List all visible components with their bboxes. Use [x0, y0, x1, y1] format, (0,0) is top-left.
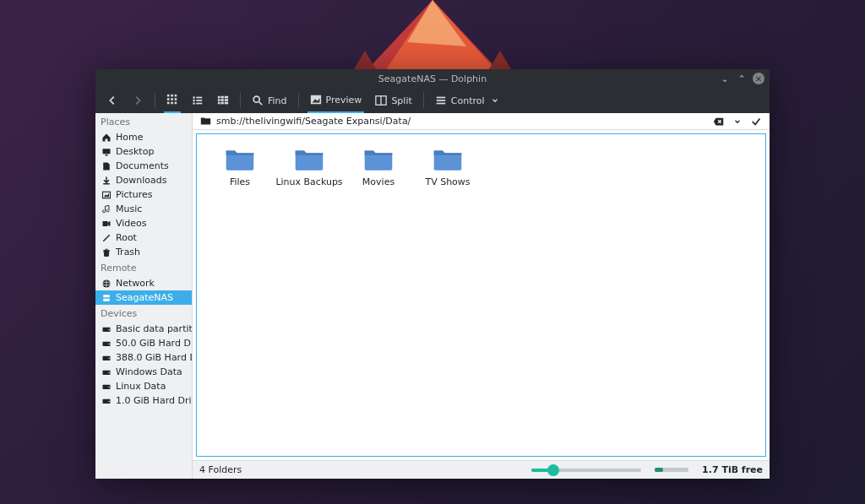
documents-icon	[101, 160, 112, 171]
split-icon	[375, 95, 387, 106]
titlebar[interactable]: SeagateNAS — Dolphin ⌄ ⌃ ✕	[95, 69, 770, 88]
split-button[interactable]: Split	[373, 88, 414, 113]
devices-item[interactable]: Basic data partition	[95, 322, 192, 336]
places-item[interactable]: Trash	[95, 245, 192, 259]
pictures-icon	[101, 189, 112, 200]
svg-point-29	[253, 96, 259, 102]
sidebar-item-label: Root	[116, 232, 137, 243]
drive-icon	[101, 338, 112, 349]
folder-item[interactable]: Linux Backups	[283, 146, 335, 444]
svg-rect-9	[171, 98, 173, 100]
svg-point-51	[108, 328, 110, 330]
places-item[interactable]: Downloads	[95, 173, 192, 187]
sidebar-item-label: Pictures	[116, 189, 153, 200]
music-icon	[101, 203, 112, 214]
sidebar-item-label: Music	[116, 203, 142, 214]
sidebar-item-label: Downloads	[116, 175, 166, 186]
svg-line-30	[259, 102, 263, 106]
hamburger-icon	[435, 95, 447, 106]
svg-rect-39	[105, 154, 107, 156]
maximize-button[interactable]: ⌃	[736, 73, 748, 84]
path-bar: smb://thelivingwifi/Seagate Expansi/Data…	[193, 113, 770, 130]
forward-button[interactable]	[129, 88, 146, 113]
folder-icon	[363, 146, 394, 174]
places-item[interactable]: Desktop	[95, 144, 192, 159]
devices-item[interactable]: 1.0 GiB Hard Drive	[95, 393, 192, 408]
sidebar-item-label: Documents	[116, 160, 169, 171]
grid-icon	[166, 94, 178, 106]
devices-item[interactable]: 388.0 GiB Hard Drive	[95, 350, 192, 365]
close-button[interactable]: ✕	[753, 73, 764, 84]
home-icon	[101, 132, 112, 143]
svg-rect-15	[196, 97, 202, 99]
folder-item[interactable]: Files	[214, 146, 266, 444]
places-item[interactable]: Music	[95, 202, 192, 216]
svg-marker-43	[107, 221, 110, 226]
details-view-button[interactable]	[215, 88, 231, 113]
svg-rect-13	[175, 102, 177, 105]
icons-view-button[interactable]	[164, 88, 181, 113]
svg-rect-10	[175, 98, 177, 100]
svg-rect-11	[167, 102, 170, 105]
sidebar: Places HomeDesktopDocumentsDownloadsPict…	[95, 113, 193, 479]
arrow-right-icon	[132, 95, 144, 106]
devices-item[interactable]: Linux Data	[95, 379, 192, 393]
svg-rect-26	[218, 102, 220, 105]
sidebar-item-label: Home	[116, 132, 143, 143]
control-menu[interactable]: Control	[432, 88, 503, 113]
back-button[interactable]	[104, 88, 121, 113]
sidebar-item-label: 388.0 GiB Hard Drive	[116, 352, 193, 363]
svg-rect-19	[196, 103, 202, 105]
chevron-down-icon	[489, 95, 501, 106]
file-view[interactable]: FilesLinux BackupsMoviesTV Shows	[196, 133, 766, 457]
svg-point-59	[108, 386, 110, 387]
accept-path-button[interactable]	[749, 115, 763, 128]
folder-item[interactable]: TV Shows	[422, 146, 474, 444]
devices-item[interactable]: Windows Data	[95, 365, 192, 379]
remote-header: Remote	[95, 259, 192, 276]
places-item[interactable]: Pictures	[95, 187, 192, 202]
drive-icon	[101, 323, 112, 334]
svg-rect-48	[103, 295, 110, 297]
svg-marker-41	[104, 192, 109, 197]
sidebar-item-label: Trash	[116, 247, 140, 257]
svg-line-44	[103, 235, 110, 241]
path-text[interactable]: smb://thelivingwifi/Seagate Expansi/Data…	[216, 116, 707, 127]
status-bar: 4 Folders 1.7 TiB free	[193, 460, 770, 479]
remote-item[interactable]: SeagateNAS	[95, 290, 192, 305]
devices-item[interactable]: 50.0 GiB Hard Drive	[95, 336, 192, 350]
sidebar-item-label: Windows Data	[116, 366, 182, 377]
find-button[interactable]: Find	[249, 88, 290, 113]
free-space-label: 1.7 TiB free	[702, 464, 763, 475]
drive-icon	[101, 395, 112, 406]
places-item[interactable]: Home	[95, 130, 192, 144]
toolbar: Find Preview Split Control	[95, 88, 770, 113]
folder-label: Files	[230, 176, 250, 187]
folder-icon	[199, 116, 211, 127]
svg-rect-42	[102, 221, 107, 226]
drive-icon	[101, 366, 112, 377]
sidebar-item-label: 50.0 GiB Hard Drive	[116, 338, 193, 349]
remote-item[interactable]: Network	[95, 276, 192, 290]
sidebar-item-label: Network	[116, 278, 155, 289]
svg-rect-6	[171, 95, 173, 97]
backspace-path-button[interactable]	[712, 115, 726, 128]
zoom-slider[interactable]	[531, 469, 641, 472]
compact-view-button[interactable]	[189, 88, 206, 113]
image-icon	[310, 94, 322, 106]
dolphin-window: SeagateNAS — Dolphin ⌄ ⌃ ✕	[95, 69, 770, 479]
places-item[interactable]: Root	[95, 230, 192, 245]
svg-rect-21	[220, 96, 224, 99]
preview-button[interactable]: Preview	[307, 88, 365, 113]
svg-rect-5	[167, 95, 170, 97]
minimize-button[interactable]: ⌄	[719, 73, 731, 84]
svg-rect-38	[102, 149, 110, 154]
folder-item[interactable]: Movies	[352, 146, 405, 444]
places-item[interactable]: Videos	[95, 216, 192, 230]
places-item[interactable]: Documents	[95, 159, 192, 173]
arrow-left-icon	[106, 95, 118, 106]
downloads-icon	[101, 175, 112, 186]
search-icon	[252, 95, 264, 106]
svg-point-55	[108, 357, 110, 359]
chevron-down-icon[interactable]	[731, 115, 744, 128]
